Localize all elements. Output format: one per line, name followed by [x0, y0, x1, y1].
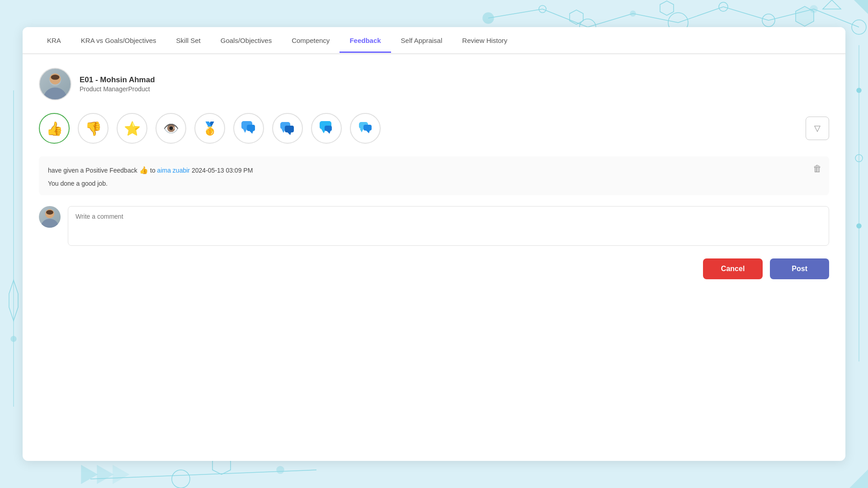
tab-goals[interactable]: Goals/Objectives [211, 28, 282, 53]
svg-marker-35 [854, 0, 868, 14]
svg-rect-52 [325, 126, 332, 131]
chat4-icon [357, 120, 373, 136]
svg-line-10 [488, 9, 542, 18]
svg-marker-20 [796, 6, 814, 26]
chat1-icon [241, 120, 257, 136]
svg-point-1 [483, 13, 494, 23]
svg-marker-49 [288, 132, 291, 135]
feedback-body: You done a good job. [48, 180, 820, 187]
content-area: E01 - Mohsin Ahmad Product ManagerProduc… [23, 54, 845, 461]
tab-skill-set[interactable]: Skill Set [166, 28, 211, 53]
feedback-entry: 🗑 have given a Positive Feedback 👍 to ai… [39, 156, 829, 195]
feedback-emoji-icon: 👍 [139, 166, 150, 174]
reaction-thumbs-up[interactable]: 👍 [39, 113, 70, 144]
main-container: KRA KRA vs Goals/Objectives Skill Set Go… [23, 27, 845, 461]
svg-point-58 [41, 219, 59, 228]
svg-point-60 [46, 210, 53, 215]
svg-marker-32 [81, 465, 97, 483]
user-info: E01 - Mohsin Ahmad Product ManagerProduc… [80, 75, 155, 93]
comment-area [39, 206, 829, 246]
svg-line-13 [633, 14, 678, 23]
tab-competency[interactable]: Competency [282, 28, 340, 53]
feedback-prefix: have given a Positive Feedback [48, 167, 137, 174]
svg-marker-43 [243, 129, 247, 133]
star-icon: ⭐ [124, 121, 141, 136]
svg-marker-55 [360, 129, 363, 132]
tab-review-history[interactable]: Review History [452, 28, 517, 53]
post-button[interactable]: Post [770, 258, 829, 279]
svg-line-17 [814, 9, 859, 27]
cancel-button[interactable]: Cancel [703, 258, 763, 279]
svg-marker-33 [97, 465, 113, 483]
svg-marker-57 [366, 131, 370, 133]
reaction-chat4[interactable] [350, 113, 381, 144]
thumbs-down-icon: 👎 [85, 121, 102, 136]
tab-kra-goals[interactable]: KRA vs Goals/Objectives [71, 28, 166, 53]
svg-point-38 [43, 88, 67, 99]
svg-marker-47 [282, 129, 285, 133]
svg-line-16 [769, 9, 814, 20]
tab-self-appraisal[interactable]: Self Appraisal [391, 28, 453, 53]
svg-rect-48 [285, 126, 294, 132]
user-role: Product ManagerProduct [80, 85, 155, 93]
svg-marker-45 [250, 131, 253, 134]
svg-point-9 [852, 20, 866, 34]
user-avatar [39, 68, 71, 100]
svg-line-12 [588, 14, 633, 27]
svg-point-27 [11, 336, 16, 342]
svg-point-7 [762, 14, 775, 27]
svg-line-14 [678, 7, 723, 23]
user-header: E01 - Mohsin Ahmad Product ManagerProduc… [39, 68, 829, 100]
svg-rect-44 [247, 125, 255, 131]
chat2-icon [279, 120, 296, 136]
svg-marker-18 [570, 10, 583, 24]
tab-feedback[interactable]: Feedback [340, 28, 391, 53]
thumbs-up-icon: 👍 [46, 121, 63, 136]
svg-line-30 [90, 470, 316, 479]
feedback-text: have given a Positive Feedback 👍 to aima… [48, 164, 820, 176]
svg-point-41 [51, 75, 60, 80]
reaction-star[interactable]: ⭐ [117, 113, 147, 144]
svg-line-15 [723, 7, 769, 20]
svg-point-8 [810, 5, 817, 13]
tab-kra[interactable]: KRA [37, 28, 71, 53]
reaction-eye[interactable]: 👁️ [156, 113, 186, 144]
reactions-row: 👍 👎 ⭐ 👁️ 🥇 [39, 113, 829, 144]
filter-icon: ▽ [814, 123, 821, 133]
eye-icon: 👁️ [163, 121, 179, 136]
feedback-link[interactable]: aima zuabir [157, 167, 192, 174]
feedback-timestamp: 2024-05-13 03:09 PM [192, 167, 253, 174]
comment-input[interactable] [68, 206, 829, 246]
svg-marker-37 [823, 0, 841, 9]
reaction-chat3[interactable] [311, 113, 342, 144]
svg-point-28 [172, 470, 190, 488]
svg-point-22 [857, 88, 861, 93]
svg-point-6 [719, 2, 728, 11]
user-name: E01 - Mohsin Ahmad [80, 75, 155, 84]
svg-point-23 [855, 155, 863, 162]
svg-marker-36 [850, 470, 868, 488]
svg-point-2 [539, 5, 546, 13]
reaction-thumbs-down[interactable]: 👎 [78, 113, 108, 144]
commenter-avatar [39, 206, 61, 228]
filter-button[interactable]: ▽ [806, 117, 829, 140]
svg-marker-34 [113, 465, 129, 483]
svg-rect-56 [363, 125, 372, 131]
svg-point-4 [630, 11, 636, 16]
trash-icon: 🗑 [813, 164, 822, 174]
reaction-chat2[interactable] [272, 113, 303, 144]
svg-line-11 [542, 9, 588, 27]
svg-marker-53 [327, 131, 330, 134]
svg-point-29 [277, 466, 284, 474]
svg-marker-19 [660, 1, 674, 15]
reaction-medal[interactable]: 🥇 [194, 113, 225, 144]
medal-icon: 🥇 [202, 121, 218, 136]
svg-marker-26 [9, 280, 18, 321]
reaction-chat1[interactable] [233, 113, 264, 144]
delete-button[interactable]: 🗑 [813, 164, 822, 174]
feedback-to-text: to [150, 167, 156, 174]
actions-row: Cancel Post [39, 258, 829, 279]
tabs-bar: KRA KRA vs Goals/Objectives Skill Set Go… [23, 27, 845, 54]
chat3-icon [318, 120, 335, 136]
svg-point-24 [857, 224, 861, 228]
